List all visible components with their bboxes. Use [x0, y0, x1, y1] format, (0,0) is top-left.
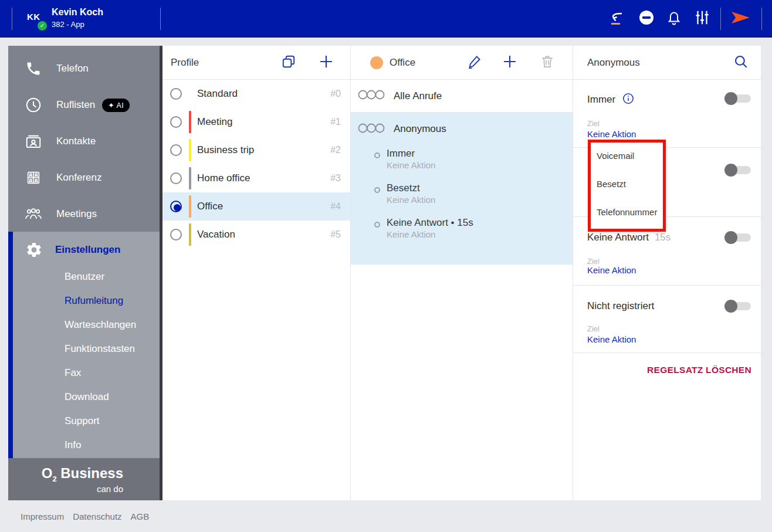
profile-number: #5 [330, 229, 341, 240]
footer: Impressum Datenschutz AGB [0, 500, 772, 532]
condition-keine-antwort[interactable]: Keine Antwort • 15s Keine Aktion [387, 217, 573, 240]
condition-immer[interactable]: Immer Keine Aktion [387, 148, 573, 171]
do-not-disturb-button[interactable] [635, 7, 658, 31]
edit-profile-button[interactable] [466, 55, 483, 71]
profile-name: Standard [197, 88, 238, 100]
profile-name: Home office [197, 172, 250, 184]
condition-bullet-icon [374, 187, 380, 193]
plus-icon [502, 53, 518, 72]
notifications-button[interactable] [662, 7, 686, 31]
user-name: Kevin Koch [52, 7, 103, 18]
nicht-registriert-toggle[interactable] [725, 301, 751, 311]
immer-toggle[interactable] [725, 94, 751, 103]
ziel-label: Ziel [587, 324, 600, 333]
add-rule-button[interactable] [502, 55, 518, 71]
call-forwarding-button[interactable] [604, 7, 628, 31]
condition-title: Besetzt [387, 182, 573, 194]
info-icon[interactable] [622, 93, 634, 107]
profile-row-business-trip[interactable]: Business trip #2 [162, 136, 350, 164]
ziel-action-link[interactable]: Keine Aktion [587, 334, 636, 344]
rule-row-anonymous[interactable]: Anonymous [351, 113, 573, 145]
sidebar-item-warteschlangen[interactable]: Warteschlangen [13, 313, 160, 337]
dropdown-option-besetzt[interactable]: Besetzt [597, 179, 663, 192]
contact-card-icon [23, 131, 43, 151]
delete-ruleset-button[interactable]: REGELSATZ LÖSCHEN [573, 353, 761, 387]
sidebar-item-download[interactable]: Download [13, 385, 160, 409]
ai-badge: ✦ AI [102, 99, 130, 112]
gear-icon [25, 240, 43, 259]
sidebar-item-support[interactable]: Support [13, 409, 160, 433]
ziel-label: Ziel [587, 119, 600, 128]
sidebar-item-einstellungen[interactable]: Einstellungen [13, 235, 160, 265]
profile-radio[interactable] [170, 116, 182, 128]
condition-title: Immer [387, 148, 573, 160]
plus-icon [318, 53, 334, 72]
online-status-badge [38, 21, 47, 31]
sidebar-item-kontakte[interactable]: Kontakte [8, 123, 160, 160]
topbar-divider [12, 8, 12, 30]
condition-besetzt[interactable]: Besetzt Keine Aktion [387, 182, 573, 205]
profiles-column: Profile Standard #0 Meeting #1 Business … [162, 46, 350, 500]
selected-rule-block: Anonymous Immer Keine Aktion Besetzt Kei… [351, 113, 573, 265]
profile-row-home-office[interactable]: Home office #3 [162, 164, 350, 192]
sidebar-item-telefon[interactable]: Telefon [8, 50, 160, 87]
rule-row-alle-anrufe[interactable]: Alle Anrufe [351, 80, 573, 113]
footer-link-impressum[interactable]: Impressum [21, 511, 64, 521]
besetzt-toggle[interactable] [725, 165, 751, 175]
rule-conditions: Immer Keine Aktion Besetzt Keine Aktion … [351, 145, 573, 264]
dropdown-option-telefonnummer[interactable]: Telefonnummer [597, 207, 663, 220]
search-button[interactable] [733, 55, 749, 71]
delete-rule-button[interactable] [539, 55, 556, 71]
profile-number: #1 [330, 117, 341, 127]
profile-row-standard[interactable]: Standard #0 [162, 80, 350, 108]
topbar-divider [761, 8, 762, 30]
topbar-divider [160, 8, 161, 30]
condition-action: Keine Aktion [387, 194, 573, 205]
sidebar-item-funktionstasten[interactable]: Funktionstasten [13, 337, 160, 361]
profile-row-meeting[interactable]: Meeting #1 [162, 108, 350, 136]
user-avatar[interactable]: KK [27, 12, 40, 22]
call-forwarding-settings-page: { "topbar": { "initials": "KK", "user_na… [0, 0, 772, 532]
pencil-icon [466, 53, 483, 72]
profile-number: #0 [330, 89, 341, 99]
keine-antwort-toggle[interactable] [725, 233, 751, 242]
audio-settings-button[interactable] [690, 7, 714, 31]
brand-send-button[interactable] [729, 7, 752, 31]
profile-name: Vacation [197, 229, 235, 240]
rings-icon [358, 123, 385, 135]
profile-radio[interactable] [170, 172, 182, 184]
top-bar: KK Kevin Koch 382 - App [0, 0, 772, 38]
sidebar-item-rufumleitung[interactable]: Rufumleitung [13, 289, 160, 313]
profile-row-vacation[interactable]: Vacation #5 [162, 221, 350, 249]
profile-name: Business trip [197, 144, 254, 156]
sidebar-item-meetings[interactable]: Meetings [8, 196, 160, 232]
profile-color-bar [189, 195, 191, 218]
ziel-dropdown-menu: Voicemail Besetzt Telefonnummer [591, 143, 663, 229]
footer-link-datenschutz[interactable]: Datenschutz [73, 511, 121, 521]
footer-link-agb[interactable]: AGB [131, 511, 150, 521]
sidebar-item-label: Einstellungen [55, 244, 120, 256]
profile-radio[interactable] [170, 88, 182, 100]
profile-radio[interactable] [170, 229, 182, 240]
condition-action: Keine Aktion [387, 160, 573, 171]
dropdown-option-voicemail[interactable]: Voicemail [597, 151, 663, 164]
ziel-action-link[interactable]: Keine Aktion [587, 265, 636, 275]
profile-radio-selected[interactable] [170, 201, 182, 212]
sidebar-item-fax[interactable]: Fax [13, 361, 160, 385]
profile-row-office[interactable]: Office #4 [162, 192, 350, 221]
section-label: Immer [587, 94, 615, 106]
ziel-action-link[interactable]: Keine Aktion [587, 129, 636, 139]
topbar-divider [720, 8, 721, 30]
rule-name: Anonymous [394, 123, 446, 135]
add-profile-button[interactable] [318, 55, 334, 71]
sidebar-item-konferenz[interactable]: Konferenz [8, 160, 160, 196]
sidebar-item-info[interactable]: Info [13, 433, 160, 457]
profile-radio[interactable] [170, 144, 182, 156]
profile-color-bar [189, 167, 191, 189]
sidebar-item-benutzer[interactable]: Benutzer [13, 265, 160, 289]
sidebar-item-label: Ruflisten [56, 99, 95, 111]
sidebar-item-ruflisten[interactable]: Ruflisten ✦ AI [8, 87, 160, 123]
copy-profile-button[interactable] [280, 55, 297, 71]
profile-name: Meeting [197, 116, 232, 128]
detail-title: Anonymous [587, 57, 640, 69]
